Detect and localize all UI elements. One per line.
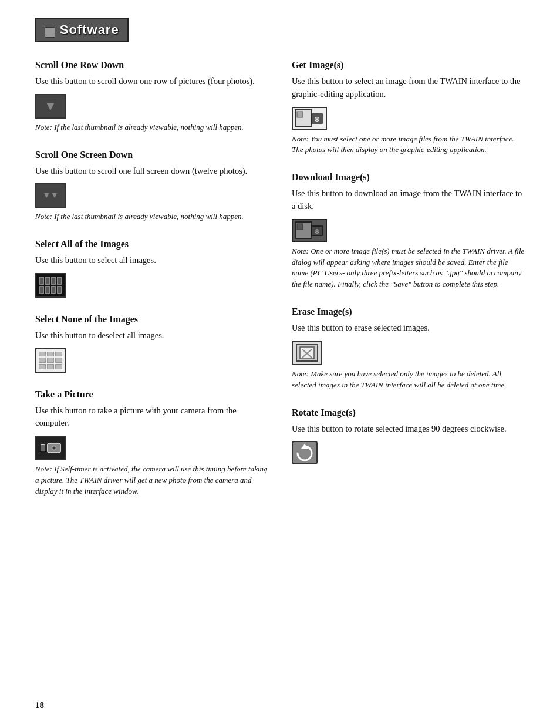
- page-number: 18: [35, 700, 44, 710]
- download-image-body: Use this button to download an image fro…: [292, 187, 525, 213]
- select-all-body: Use this button to select all images.: [35, 254, 268, 267]
- camera-body: [47, 443, 61, 453]
- select-all-icon[interactable]: [35, 273, 66, 298]
- content-columns: Scroll One Row Down Use this button to s…: [35, 60, 525, 514]
- left-column: Scroll One Row Down Use this button to s…: [35, 60, 268, 514]
- download-image-note: Note: One or more image file(s) must be …: [292, 246, 525, 290]
- section-rotate-image: Rotate Image(s) Use this button to rotat…: [292, 407, 525, 465]
- rotate-image-icon[interactable]: [292, 441, 318, 464]
- section-get-image: Get Image(s) Use this button to select a…: [292, 60, 525, 156]
- right-column: Get Image(s) Use this button to select a…: [292, 60, 525, 514]
- scroll-row-down-note: Note: If the last thumbnail is already v…: [35, 122, 268, 133]
- rotate-svg: [295, 444, 314, 461]
- select-none-body: Use this button to deselect all images.: [35, 329, 268, 342]
- download-svg: ⊕: [295, 221, 324, 240]
- get-image-svg: ⊕: [295, 109, 324, 128]
- svg-rect-5: [297, 224, 303, 230]
- camera-lens: [51, 446, 56, 451]
- take-picture-note: Note: If Self-timer is activated, the ca…: [35, 464, 268, 497]
- page: Software Scroll One Row Down Use this bu…: [0, 0, 560, 728]
- scroll-screen-down-title: Scroll One Screen Down: [35, 150, 268, 160]
- svg-rect-1: [297, 112, 303, 117]
- erase-image-note: Note: Make sure you have selected only t…: [292, 369, 525, 391]
- select-all-title: Select All of the Images: [35, 239, 268, 250]
- take-picture-body: Use this button to take a picture with y…: [35, 405, 268, 430]
- get-image-note: Note: You must select one or more image …: [292, 134, 525, 156]
- take-picture-title: Take a Picture: [35, 389, 268, 400]
- scroll-screen-down-icon[interactable]: [35, 183, 66, 208]
- svg-text:⊕: ⊕: [314, 115, 320, 123]
- section-download-image: Download Image(s) Use this button to dow…: [292, 172, 525, 290]
- logo-icon: [45, 27, 55, 38]
- download-image-title: Download Image(s): [292, 172, 525, 183]
- section-select-none: Select None of the Images Use this butto…: [35, 314, 268, 373]
- logo-box: Software: [35, 18, 129, 42]
- erase-image-body: Use this button to erase selected images…: [292, 322, 525, 335]
- section-erase-image: Erase Image(s) Use this button to erase …: [292, 306, 525, 390]
- rotate-image-title: Rotate Image(s): [292, 407, 525, 418]
- section-scroll-screen-down: Scroll One Screen Down Use this button t…: [35, 150, 268, 223]
- erase-image-icon[interactable]: [292, 341, 322, 365]
- erase-image-title: Erase Image(s): [292, 306, 525, 317]
- rotate-image-body: Use this button to rotate selected image…: [292, 423, 525, 436]
- svg-text:⊕: ⊕: [314, 227, 320, 235]
- header-logo: Software: [35, 18, 525, 42]
- scroll-row-down-icon[interactable]: [35, 94, 66, 119]
- scroll-row-down-body: Use this button to scroll down one row o…: [35, 75, 268, 88]
- scroll-row-down-title: Scroll One Row Down: [35, 60, 268, 70]
- camera-flash: [41, 444, 45, 451]
- section-scroll-row-down: Scroll One Row Down Use this button to s…: [35, 60, 268, 133]
- logo-text: Software: [60, 22, 119, 37]
- select-none-icon[interactable]: [35, 348, 66, 373]
- scroll-screen-down-note: Note: If the last thumbnail is already v…: [35, 211, 268, 223]
- scroll-screen-down-body: Use this button to scroll one full scree…: [35, 165, 268, 178]
- get-image-body: Use this button to select an image from …: [292, 75, 525, 101]
- erase-svg: [295, 343, 319, 362]
- download-image-icon[interactable]: ⊕: [292, 219, 327, 242]
- get-image-title: Get Image(s): [292, 60, 525, 70]
- select-none-title: Select None of the Images: [35, 314, 268, 325]
- take-picture-icon[interactable]: [35, 436, 66, 460]
- section-take-picture: Take a Picture Use this button to take a…: [35, 389, 268, 497]
- get-image-icon[interactable]: ⊕: [292, 107, 327, 130]
- section-select-all: Select All of the Images Use this button…: [35, 239, 268, 298]
